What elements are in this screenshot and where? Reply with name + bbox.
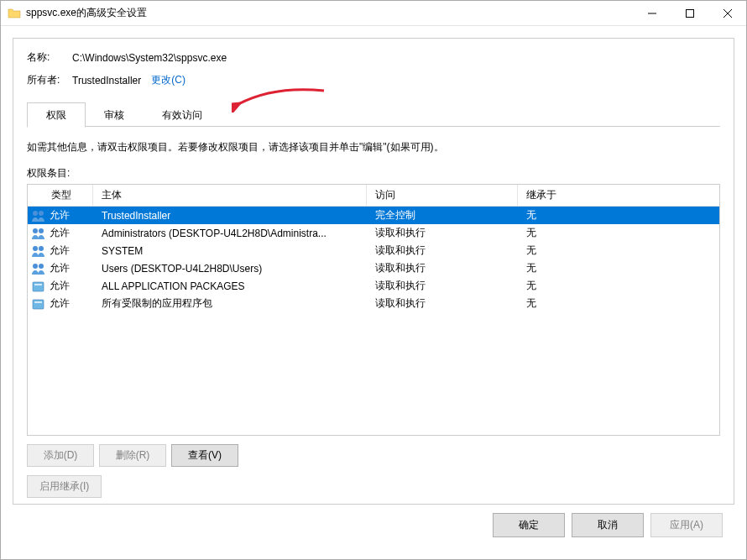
tab-effective-access[interactable]: 有效访问 xyxy=(143,102,222,127)
col-access[interactable]: 访问 xyxy=(367,185,518,206)
svg-point-7 xyxy=(33,264,38,269)
cell-type: 允许 xyxy=(28,208,93,222)
cell-principal: Administrators (DESKTOP-U4L2H8D\Administ… xyxy=(93,228,367,239)
window-title: sppsvc.exe的高级安全设置 xyxy=(26,6,633,20)
col-inherit[interactable]: 继承于 xyxy=(518,185,719,206)
cell-inherit: 无 xyxy=(518,296,719,311)
change-owner-link[interactable]: 更改(C) xyxy=(151,73,185,87)
remove-button[interactable]: 删除(R) xyxy=(99,444,166,467)
permission-entries-list[interactable]: 类型 主体 访问 继承于 允许TrustedInstaller完全控制无允许Ad… xyxy=(27,184,720,436)
cell-type: 允许 xyxy=(28,243,93,258)
svg-rect-0 xyxy=(686,9,693,17)
cell-type: 允许 xyxy=(28,296,93,311)
table-row[interactable]: 允许所有受限制的应用程序包读取和执行无 xyxy=(28,295,719,312)
cell-access: 读取和执行 xyxy=(367,226,518,240)
add-button[interactable]: 添加(D) xyxy=(27,444,94,467)
ok-button[interactable]: 确定 xyxy=(493,513,565,537)
tab-strip: 权限 审核 有效访问 xyxy=(27,102,720,127)
svg-point-1 xyxy=(33,211,38,216)
svg-point-3 xyxy=(33,228,38,233)
list-header: 类型 主体 访问 继承于 xyxy=(28,185,719,207)
cell-inherit: 无 xyxy=(518,243,719,258)
titlebar: sppsvc.exe的高级安全设置 xyxy=(1,1,746,26)
inherit-buttons: 启用继承(I) xyxy=(27,475,720,498)
cell-access: 读取和执行 xyxy=(367,279,518,293)
table-row[interactable]: 允许SYSTEM读取和执行无 xyxy=(28,242,719,259)
cell-inherit: 无 xyxy=(518,226,719,240)
package-icon xyxy=(31,297,46,311)
dialog-footer: 确定 取消 应用(A) xyxy=(13,505,734,547)
name-value: C:\Windows\System32\sppsvc.exe xyxy=(72,52,227,64)
cell-inherit: 无 xyxy=(518,261,719,275)
cell-inherit: 无 xyxy=(518,279,719,293)
table-row[interactable]: 允许TrustedInstaller完全控制无 xyxy=(28,207,719,224)
cell-access: 完全控制 xyxy=(367,208,518,222)
entry-buttons: 添加(D) 删除(R) 查看(V) xyxy=(27,444,720,467)
svg-rect-11 xyxy=(33,300,44,309)
enable-inherit-button[interactable]: 启用继承(I) xyxy=(27,475,102,498)
svg-rect-9 xyxy=(33,282,44,291)
owner-label: 所有者: xyxy=(27,73,72,87)
table-row[interactable]: 允许ALL APPLICATION PACKAGES读取和执行无 xyxy=(28,277,719,295)
apply-button[interactable]: 应用(A) xyxy=(650,513,723,537)
cell-type: 允许 xyxy=(28,226,93,240)
tab-permissions[interactable]: 权限 xyxy=(27,102,86,128)
group-icon xyxy=(31,262,46,275)
cell-type: 允许 xyxy=(28,261,93,275)
minimize-button[interactable] xyxy=(633,1,671,25)
cell-access: 读取和执行 xyxy=(367,243,518,258)
cell-principal: SYSTEM xyxy=(93,245,367,257)
svg-point-4 xyxy=(39,228,44,233)
content-area: 名称: C:\Windows\System32\sppsvc.exe 所有者: … xyxy=(1,26,746,559)
svg-point-8 xyxy=(39,264,44,269)
maximize-button[interactable] xyxy=(671,1,708,25)
type-text: 允许 xyxy=(50,226,70,240)
group-icon xyxy=(31,244,46,258)
cell-principal: 所有受限制的应用程序包 xyxy=(93,296,367,311)
folder-icon xyxy=(8,7,21,20)
table-row[interactable]: 允许Administrators (DESKTOP-U4L2H8D\Admini… xyxy=(28,224,719,242)
group-icon xyxy=(31,227,46,240)
type-text: 允许 xyxy=(50,296,70,311)
owner-value: TrustedInstaller xyxy=(72,75,141,86)
col-type[interactable]: 类型 xyxy=(28,185,93,206)
svg-rect-10 xyxy=(34,284,42,285)
svg-rect-12 xyxy=(34,301,42,303)
cell-principal: ALL APPLICATION PACKAGES xyxy=(93,280,367,292)
inner-panel: 名称: C:\Windows\System32\sppsvc.exe 所有者: … xyxy=(13,38,734,505)
tab-audit[interactable]: 审核 xyxy=(85,102,144,127)
type-text: 允许 xyxy=(50,279,70,293)
cell-principal: TrustedInstaller xyxy=(93,210,367,222)
window-controls xyxy=(633,1,746,25)
cell-access: 读取和执行 xyxy=(367,296,518,311)
col-principal[interactable]: 主体 xyxy=(93,185,367,206)
svg-point-2 xyxy=(39,211,44,216)
table-row[interactable]: 允许Users (DESKTOP-U4L2H8D\Users)读取和执行无 xyxy=(28,259,719,277)
type-text: 允许 xyxy=(50,261,70,275)
group-icon xyxy=(31,209,46,222)
svg-point-6 xyxy=(39,246,44,251)
package-icon xyxy=(31,280,46,293)
cell-principal: Users (DESKTOP-U4L2H8D\Users) xyxy=(93,263,367,275)
cancel-button[interactable]: 取消 xyxy=(572,513,644,537)
cell-inherit: 无 xyxy=(518,208,719,222)
tab-permissions-body: 如需其他信息，请双击权限项目。若要修改权限项目，请选择该项目并单击"编辑"(如果… xyxy=(27,127,720,495)
svg-point-5 xyxy=(33,246,38,251)
view-button[interactable]: 查看(V) xyxy=(171,444,238,467)
name-label: 名称: xyxy=(27,50,72,65)
type-text: 允许 xyxy=(50,243,70,258)
close-button[interactable] xyxy=(708,1,746,25)
object-info: 名称: C:\Windows\System32\sppsvc.exe 所有者: … xyxy=(27,50,720,96)
description-text: 如需其他信息，请双击权限项目。若要修改权限项目，请选择该项目并单击"编辑"(如果… xyxy=(27,140,720,154)
cell-access: 读取和执行 xyxy=(367,261,518,275)
type-text: 允许 xyxy=(50,208,70,222)
cell-type: 允许 xyxy=(28,279,93,293)
advanced-security-window: sppsvc.exe的高级安全设置 名称: C:\Windows\System3… xyxy=(0,0,747,560)
entries-label: 权限条目: xyxy=(27,166,720,181)
